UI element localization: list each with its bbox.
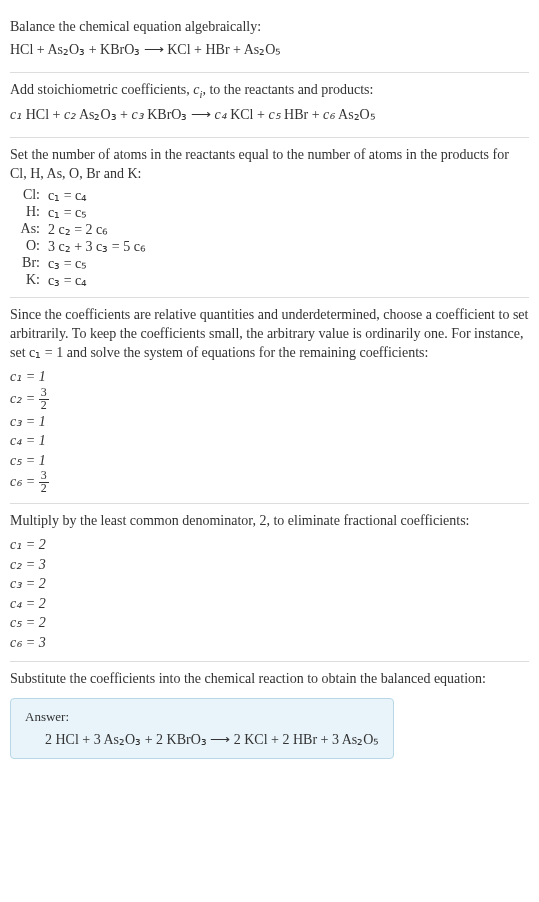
- atom-row: O: 3 c₂ + 3 c₃ = 5 c₆: [10, 238, 529, 255]
- coef-row: c₁ = 1: [10, 367, 529, 387]
- term-r3: KBrO₃ ⟶: [144, 107, 215, 122]
- coef-c1: c₁: [10, 107, 22, 122]
- frac-den: 2: [39, 483, 49, 495]
- coef-row: c₂ = 3: [10, 555, 529, 575]
- atom-row: Br: c₃ = c₅: [10, 255, 529, 272]
- coef-row: c₅ = 2: [10, 613, 529, 633]
- term-r6: As₂O₅: [335, 107, 375, 122]
- atom-label: Cl:: [10, 187, 48, 204]
- coef-row: c₆ = 32: [10, 470, 529, 495]
- section-atoms: Set the number of atoms in the reactants…: [10, 138, 529, 299]
- coef-c6: c₆: [323, 107, 335, 122]
- final-text: Substitute the coefficients into the che…: [10, 670, 529, 689]
- frac-den: 2: [39, 400, 49, 412]
- atom-eq: c₃ = c₅: [48, 255, 87, 272]
- atom-label: H:: [10, 204, 48, 221]
- coef-row: c₂ = 32: [10, 387, 529, 412]
- stoich-post: , to the reactants and products:: [202, 82, 373, 97]
- atom-row: H: c₁ = c₅: [10, 204, 529, 221]
- term-r1: HCl +: [22, 107, 64, 122]
- coef-c2: c₂: [64, 107, 76, 122]
- atom-label: As:: [10, 221, 48, 238]
- answer-label: Answer:: [25, 709, 379, 725]
- atom-eq: c₁ = c₅: [48, 204, 87, 221]
- fraction: 32: [39, 470, 49, 495]
- coef-row: c₁ = 2: [10, 535, 529, 555]
- atom-eq: c₁ = c₄: [48, 187, 87, 204]
- term-r5: HBr +: [281, 107, 324, 122]
- atom-label: K:: [10, 272, 48, 289]
- term-r4: KCl +: [227, 107, 269, 122]
- coef-c5: c₅: [268, 107, 280, 122]
- atom-eq: 2 c₂ = 2 c₆: [48, 221, 108, 238]
- coef-c4: c₄: [214, 107, 226, 122]
- atom-label: Br:: [10, 255, 48, 272]
- atom-eq: 3 c₂ + 3 c₃ = 5 c₆: [48, 238, 146, 255]
- stoich-text: Add stoichiometric coefficients, ci, to …: [10, 81, 529, 102]
- solve2-coefs: c₁ = 2 c₂ = 3 c₃ = 2 c₄ = 2 c₅ = 2 c₆ = …: [10, 535, 529, 653]
- coef-lhs: c₂ =: [10, 390, 39, 405]
- atom-label: O:: [10, 238, 48, 255]
- answer-equation: 2 HCl + 3 As₂O₃ + 2 KBrO₃ ⟶ 2 KCl + 2 HB…: [25, 731, 379, 748]
- atom-row: K: c₃ = c₄: [10, 272, 529, 289]
- atom-row: Cl: c₁ = c₄: [10, 187, 529, 204]
- coef-row: c₅ = 1: [10, 451, 529, 471]
- coef-row: c₆ = 3: [10, 633, 529, 653]
- coef-row: c₃ = 1: [10, 412, 529, 432]
- solve1-text: Since the coefficients are relative quan…: [10, 306, 529, 363]
- stoich-equation: c₁ HCl + c₂ As₂O₃ + c₃ KBrO₃ ⟶ c₄ KCl + …: [10, 106, 529, 125]
- atoms-intro: Set the number of atoms in the reactants…: [10, 146, 529, 184]
- coef-lhs: c₆ =: [10, 474, 39, 489]
- coef-row: c₄ = 2: [10, 594, 529, 614]
- term-r2: As₂O₃ +: [76, 107, 131, 122]
- solve2-text: Multiply by the least common denominator…: [10, 512, 529, 531]
- intro-equation: HCl + As₂O₃ + KBrO₃ ⟶ KCl + HBr + As₂O₅: [10, 41, 529, 60]
- section-intro: Balance the chemical equation algebraica…: [10, 10, 529, 73]
- answer-box: Answer: 2 HCl + 3 As₂O₃ + 2 KBrO₃ ⟶ 2 KC…: [10, 698, 394, 759]
- section-solve1: Since the coefficients are relative quan…: [10, 298, 529, 504]
- section-final: Substitute the coefficients into the che…: [10, 662, 529, 768]
- coef-row: c₃ = 2: [10, 574, 529, 594]
- intro-text: Balance the chemical equation algebraica…: [10, 18, 529, 37]
- coef-c3: c₃: [131, 107, 143, 122]
- solve1-coefs: c₁ = 1 c₂ = 32 c₃ = 1 c₄ = 1 c₅ = 1 c₆ =…: [10, 367, 529, 495]
- atom-eq: c₃ = c₄: [48, 272, 87, 289]
- section-solve2: Multiply by the least common denominator…: [10, 504, 529, 661]
- atoms-table: Cl: c₁ = c₄ H: c₁ = c₅ As: 2 c₂ = 2 c₆ O…: [10, 187, 529, 289]
- coef-row: c₄ = 1: [10, 431, 529, 451]
- section-stoich: Add stoichiometric coefficients, ci, to …: [10, 73, 529, 138]
- fraction: 32: [39, 387, 49, 412]
- stoich-pre: Add stoichiometric coefficients,: [10, 82, 193, 97]
- atom-row: As: 2 c₂ = 2 c₆: [10, 221, 529, 238]
